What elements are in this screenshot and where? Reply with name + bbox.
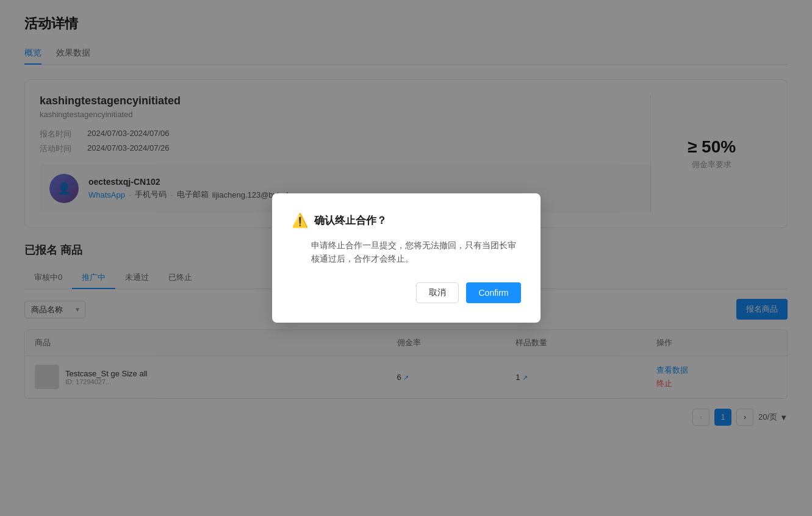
modal-footer: 取消 Confirm [292, 282, 521, 303]
modal-overlay[interactable]: ⚠️ 确认终止合作？ 申请终止合作一旦提交，您将无法撤回，只有当团长审核通过后，… [0, 0, 812, 516]
modal-title: 确认终止合作？ [314, 213, 387, 228]
modal-dialog: ⚠️ 确认终止合作？ 申请终止合作一旦提交，您将无法撤回，只有当团长审核通过后，… [272, 193, 541, 323]
confirm-button[interactable]: Confirm [466, 282, 520, 303]
modal-body: 申请终止合作一旦提交，您将无法撤回，只有当团长审核通过后，合作才会终止。 [292, 238, 521, 266]
cancel-button[interactable]: 取消 [416, 282, 459, 303]
warning-icon: ⚠️ [292, 213, 308, 229]
modal-header: ⚠️ 确认终止合作？ [292, 213, 521, 229]
